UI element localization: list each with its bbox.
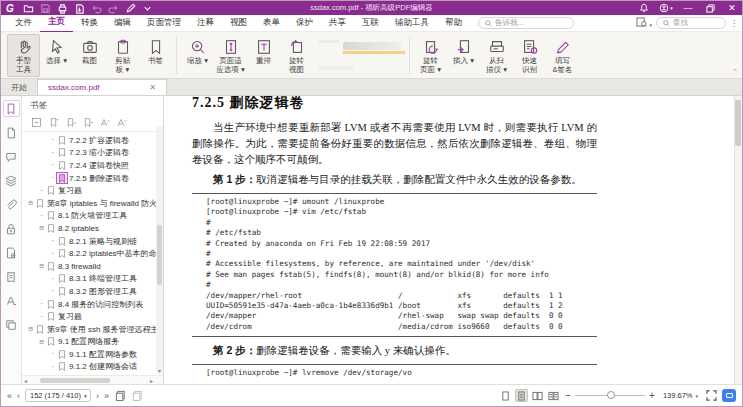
- pages-panel-icon[interactable]: [3, 124, 20, 141]
- minimize-button[interactable]: —: [678, 1, 698, 15]
- zoom-percentage[interactable]: 139.67% ▾: [660, 389, 701, 402]
- snapshot-pages-icon[interactable]: [114, 390, 126, 402]
- add-bookmark-icon[interactable]: [47, 116, 59, 128]
- menu-tab[interactable]: 辅助工具: [387, 15, 437, 32]
- redo-icon[interactable]: [108, 3, 119, 14]
- pen-icon[interactable]: [125, 3, 136, 14]
- bookmark-item[interactable]: ·复习题: [22, 184, 163, 197]
- export-icon[interactable]: [74, 3, 85, 14]
- tell-me-search[interactable]: 告诉我...: [478, 17, 574, 29]
- previous-bookmark-icon[interactable]: [64, 116, 76, 128]
- collapse-icon[interactable]: ⊟: [37, 262, 46, 270]
- fields-panel-icon[interactable]: [3, 292, 20, 309]
- bookmark-item[interactable]: ·7.2.5 删除逻辑卷: [22, 172, 163, 185]
- bookmark-item[interactable]: ·8.3.2 图形管理工具: [22, 285, 163, 298]
- ocr-button[interactable]: 快速 识别: [513, 34, 546, 77]
- scrollbar-thumb[interactable]: [735, 100, 741, 146]
- cursor-button[interactable]: 选择 ▾: [40, 34, 73, 77]
- menu-tab[interactable]: 互联: [354, 15, 387, 32]
- zoom-slider[interactable]: − +: [565, 390, 655, 401]
- reflow-button[interactable]: 重排: [247, 34, 280, 77]
- next-bookmark-icon[interactable]: [81, 116, 93, 128]
- bookmark-item[interactable]: ·8.1 防火墙管理工具: [22, 210, 163, 223]
- bookmark-button[interactable]: 书签: [139, 34, 172, 77]
- bookmark-item[interactable]: ·9.1.1 配置网络参数: [22, 348, 163, 361]
- scroll-left-icon[interactable]: ◂: [24, 377, 27, 384]
- previous-page-icon[interactable]: ‹: [17, 391, 20, 401]
- next-page-icon[interactable]: ›: [96, 391, 99, 401]
- find-input[interactable]: 查找: [656, 17, 726, 29]
- menu-tab[interactable]: 文件: [7, 15, 40, 32]
- page-dropdown-icon[interactable]: ▼: [83, 393, 88, 399]
- collapse-icon[interactable]: ⊟: [37, 224, 46, 232]
- font-increase-icon[interactable]: [98, 116, 110, 128]
- page-number-input[interactable]: [25, 389, 91, 402]
- bookmark-item[interactable]: ⊟第8章 iptables 与 firewalld 防火墙: [22, 197, 163, 210]
- document-tab[interactable]: 开始: [1, 79, 37, 95]
- menu-tab[interactable]: 编辑: [106, 15, 139, 32]
- document-view[interactable]: 7.2.5 删除逻辑卷 当生产环境中想要重新部署 LVM 或者不再需要使用 LV…: [164, 96, 742, 384]
- font-decrease-icon[interactable]: [115, 116, 127, 128]
- collapse-icon[interactable]: ⊟: [26, 199, 35, 207]
- document-vertical-scrollbar[interactable]: [734, 96, 742, 384]
- close-button[interactable]: ✕: [722, 1, 742, 15]
- menu-tab[interactable]: 表单: [255, 15, 288, 32]
- notifications-bell-icon[interactable]: [634, 1, 654, 15]
- menu-tab[interactable]: 页面管理: [139, 15, 189, 32]
- sign-button[interactable]: 填写 &签名: [546, 34, 579, 77]
- menu-tab[interactable]: 转换: [73, 15, 106, 32]
- attachments-panel-icon[interactable]: [3, 196, 20, 213]
- document-tab[interactable]: ssdax.com.pdf✕: [37, 79, 167, 95]
- bookmark-item[interactable]: ⊟8.2 iptables: [22, 222, 163, 235]
- bookmark-item[interactable]: ·7.2.2 扩容逻辑卷: [22, 134, 163, 147]
- bookmarks-vertical-scrollbar[interactable]: ▾: [156, 126, 163, 374]
- hand-button[interactable]: 手型 工具: [7, 34, 40, 77]
- signatures-panel-icon[interactable]: [3, 244, 20, 261]
- camera-button[interactable]: 截图: [73, 34, 106, 77]
- scrollbar-thumb[interactable]: [157, 225, 162, 285]
- clipboard-pages-icon[interactable]: [131, 390, 143, 402]
- bookmarks-panel-icon[interactable]: [3, 100, 20, 117]
- insert-button[interactable]: 插入 ▾: [447, 34, 480, 77]
- restore-button[interactable]: [700, 1, 720, 15]
- fullscreen-icon[interactable]: [706, 387, 717, 405]
- open-file-icon[interactable]: [23, 3, 34, 14]
- bookmark-item[interactable]: ·复习题: [22, 310, 163, 323]
- close-tab-icon[interactable]: ✕: [149, 83, 156, 92]
- panel-expand-icon[interactable]: [30, 116, 42, 128]
- scroll-down-icon[interactable]: ▾: [156, 367, 163, 374]
- assistant-icon[interactable]: [722, 389, 736, 402]
- customize-quick-access-icon[interactable]: [142, 3, 153, 14]
- account-icon[interactable]: ▾: [656, 1, 676, 15]
- menu-tab[interactable]: 共享: [321, 15, 354, 32]
- single-page-view-icon[interactable]: [499, 389, 512, 402]
- more-options-icon[interactable]: ⋮: [730, 19, 738, 28]
- bookmark-item[interactable]: ⊟9.1 配置网络服务: [22, 336, 163, 349]
- zoom-out-icon[interactable]: −: [565, 390, 571, 401]
- fit-button[interactable]: 页面适 应选项 ▾: [214, 34, 247, 77]
- bookmark-item[interactable]: ·8.2.1 策略与规则链: [22, 235, 163, 248]
- menu-tab[interactable]: 主页: [40, 14, 73, 33]
- bookmark-item[interactable]: ·8.3.1 终端管理工具: [22, 273, 163, 286]
- save-icon[interactable]: [40, 3, 51, 14]
- rotate-button[interactable]: 旋转 视图: [280, 34, 313, 77]
- bookmark-item[interactable]: ·9.1.2 创建网络会话: [22, 361, 163, 374]
- menu-tab[interactable]: 保护: [288, 15, 321, 32]
- destinations-panel-icon[interactable]: [3, 268, 20, 285]
- bookmark-item[interactable]: ·8.4 服务的访问控制列表: [22, 298, 163, 311]
- first-page-icon[interactable]: «: [7, 391, 12, 401]
- rotatepage-button[interactable]: 旋转 页面 ▾: [414, 34, 447, 77]
- scanner-button[interactable]: 从扫 描仪 ▾: [480, 34, 513, 77]
- continuous-view-icon[interactable]: [515, 389, 528, 402]
- bookmark-item[interactable]: ·7.2.3 缩小逻辑卷: [22, 147, 163, 160]
- bookmark-item[interactable]: ·8.2.2 iptables中基本的命令: [22, 247, 163, 260]
- articles-panel-icon[interactable]: [3, 316, 20, 333]
- comments-panel-icon[interactable]: [3, 148, 20, 165]
- app-logo-icon[interactable]: G: [1, 3, 19, 14]
- layers-panel-icon[interactable]: [3, 172, 20, 189]
- clipboard-button[interactable]: 剪贴 板 ▾: [106, 34, 139, 77]
- zoom-in-icon[interactable]: +: [649, 390, 655, 401]
- undo-icon[interactable]: [91, 3, 102, 14]
- zoom-button[interactable]: 缩放 ▾: [181, 34, 214, 77]
- collapse-icon[interactable]: ⊟: [26, 325, 35, 333]
